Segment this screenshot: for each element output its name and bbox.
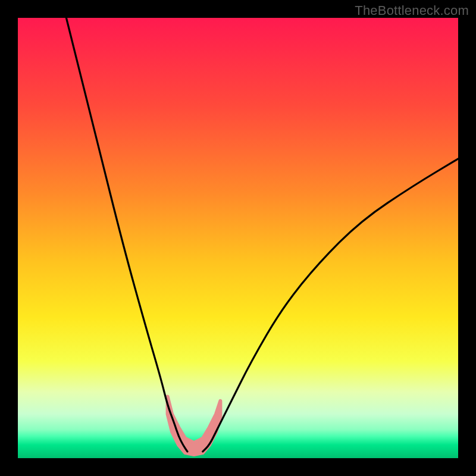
chart-frame: TheBottleneck.com [0,0,476,476]
watermark-text: TheBottleneck.com [355,3,469,18]
plot-background [18,18,458,458]
chart-canvas [0,0,476,476]
